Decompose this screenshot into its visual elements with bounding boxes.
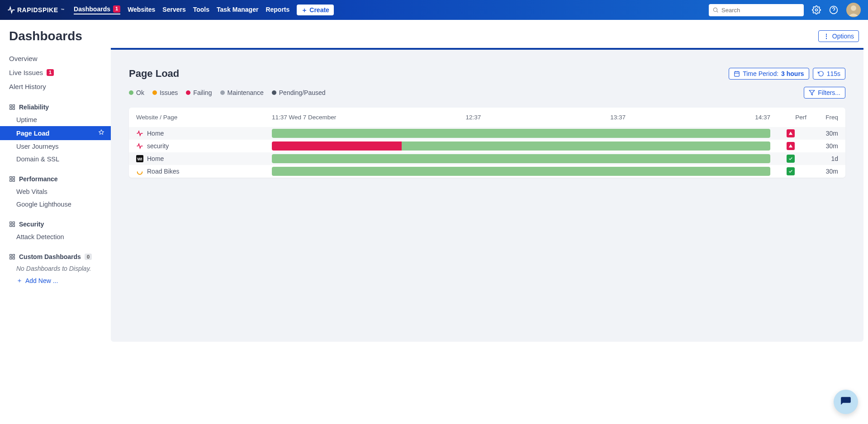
svg-rect-12 [13,177,14,179]
status-segment-fail [272,141,402,151]
site-cell[interactable]: security [136,142,272,150]
sidebar-item-alert-history[interactable]: Alert History [0,80,111,94]
panel-title: Page Load [129,68,179,80]
content-panel: Page Load Time Period: 3 hours 115s OkIs… [111,48,863,342]
time-tick: 12:37 [465,114,481,121]
site-name: Road Bikes [147,168,180,175]
perf-badge-good [787,155,795,163]
status-bar[interactable] [272,141,770,151]
freq-cell: 30m [806,168,838,175]
search-input[interactable] [719,5,800,15]
legend: OkIssuesFailingMaintenancePending/Paused [129,89,326,96]
table-row[interactable]: WIHome1d [129,152,845,165]
legend-item-failing[interactable]: Failing [186,89,212,96]
avatar[interactable] [846,3,861,17]
svg-rect-21 [13,257,14,259]
legend-item-pending[interactable]: Pending/Paused [272,89,326,96]
brand-logo[interactable]: RAPIDSPIKE™ [7,6,65,14]
live-issues-badge: 1 [47,69,54,76]
svg-rect-8 [13,105,14,107]
sidebar-item-page-load[interactable]: Page Load [0,126,111,140]
gear-icon[interactable] [812,5,821,14]
th-site: Website / Page [136,114,272,121]
nav-reports[interactable]: Reports [266,6,289,14]
svg-rect-11 [10,177,12,179]
time-period-button[interactable]: Time Period: 3 hours [729,68,809,80]
perf-cell [775,155,806,163]
svg-rect-22 [10,257,12,259]
site-icon [136,142,143,150]
freq-cell: 1d [806,155,838,162]
freq-cell: 30m [806,130,838,137]
sidebar-section-reliability[interactable]: Reliability [0,101,111,113]
svg-rect-7 [10,105,12,107]
nav-servers[interactable]: Servers [162,6,185,14]
sidebar-item-overview[interactable]: Overview [0,52,111,66]
nav-task-manager[interactable]: Task Manager [217,6,258,14]
perf-cell [775,167,806,175]
sidebar-item-web-vitals[interactable]: Web Vitals [0,185,111,198]
sidebar-item-live-issues[interactable]: Live Issues 1 [0,66,111,80]
status-segment-ok [402,141,770,151]
perf-cell [775,129,806,137]
svg-rect-19 [10,254,12,256]
table-row[interactable]: Road Bikes30m [129,165,845,178]
perf-badge-good [787,167,795,175]
site-cell[interactable]: Home [136,130,272,137]
sidebar-empty-text: No Dashboards to Display. [0,263,111,274]
table-row[interactable]: security30m [129,140,845,152]
freq-cell: 30m [806,142,838,150]
create-button[interactable]: ＋ Create [297,5,334,15]
site-icon [136,130,143,137]
calendar-icon [734,71,740,77]
legend-item-maint[interactable]: Maintenance [220,89,264,96]
nav-tools[interactable]: Tools [193,6,209,14]
more-icon: ⋮ [823,33,830,40]
refresh-button[interactable]: 115s [813,68,845,80]
sidebar-item-user-journeys[interactable]: User Journeys [0,140,111,153]
status-bar[interactable] [272,167,770,176]
sidebar-item-google-lighthouse[interactable]: Google Lighthouse [0,198,111,211]
site-name: Home [147,130,164,137]
nav-websites[interactable]: Websites [128,6,155,14]
site-cell[interactable]: Road Bikes [136,168,272,175]
pin-icon[interactable] [98,129,104,137]
status-segment-ok [272,167,770,176]
legend-dot [152,90,157,95]
time-tick: 13:37 [610,114,626,121]
nav-dashboards-badge: 1 [113,5,120,12]
status-bar[interactable] [272,129,770,138]
filters-button[interactable]: Filters... [804,87,845,99]
svg-rect-15 [10,222,12,224]
sidebar-section-performance[interactable]: Performance [0,173,111,185]
table-row[interactable]: Home30m [129,127,845,140]
svg-marker-27 [809,90,815,95]
status-segment-ok [272,129,770,138]
sidebar-section-custom-dashboards[interactable]: Custom Dashboards 0 [0,250,111,263]
th-perf: Perf [775,114,806,121]
sidebar-item-uptime[interactable]: Uptime [0,113,111,126]
sidebar-item-attack-detection[interactable]: Attack Detection [0,231,111,243]
site-icon [136,168,143,175]
svg-rect-13 [13,179,14,181]
legend-item-issues[interactable]: Issues [152,89,178,96]
top-nav: RAPIDSPIKE™ Dashboards 1 Websites Server… [0,0,868,20]
options-button[interactable]: ⋮ Options [818,30,859,42]
page-title: Dashboards [9,29,82,43]
svg-rect-20 [13,254,14,256]
sidebar-add-new[interactable]: ＋ Add New ... [0,274,111,287]
nav-dashboards[interactable]: Dashboards 1 [74,5,120,14]
nav-links: Dashboards 1 Websites Servers Tools Task… [74,5,334,15]
sidebar-section-security[interactable]: Security [0,218,111,231]
legend-item-ok[interactable]: Ok [129,89,144,96]
sidebar-item-domain-ssl[interactable]: Domain & SSL [0,153,111,165]
svg-rect-17 [13,225,14,226]
legend-dot [186,90,190,95]
custom-count-badge: 0 [85,254,92,260]
site-cell[interactable]: WIHome [136,155,272,162]
search-wrap[interactable] [709,4,804,16]
help-icon[interactable] [829,5,838,14]
status-bar[interactable] [272,154,770,163]
svg-line-1 [717,11,718,13]
grid-icon [9,254,15,260]
